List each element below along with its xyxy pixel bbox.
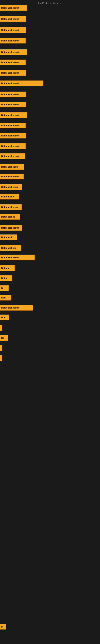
bar-container-30: Bott	[0, 314, 9, 320]
bar-19: Bottleneck resu	[0, 204, 22, 210]
bar-label-3: Bottleneck result	[1, 40, 19, 42]
bar-container-12: Bottleneck result	[0, 133, 26, 138]
bar-label-2: Bottleneck result	[1, 29, 19, 31]
bar-container-29: Bottleneck result	[0, 305, 33, 310]
bar-container-18: Bottleneck r	[0, 194, 19, 200]
bar-24: Bottleneck result	[0, 254, 35, 260]
bar-label-28: Bottl	[1, 296, 6, 299]
bar-container-26: Bottle	[0, 275, 12, 281]
bar-10: Bottleneck result	[0, 112, 27, 118]
bar-container-22: Bottleneck	[0, 234, 17, 240]
bar-container-35: B	[0, 624, 6, 630]
bar-container-1: Bottleneck result	[0, 16, 26, 22]
bar-container-7: Bottleneck result	[0, 80, 43, 86]
bar-container-10: Bottleneck result	[0, 112, 27, 118]
bar-label-25: Bottlen	[1, 267, 9, 269]
site-title: TheBottlenecker.com	[0, 2, 100, 5]
bar-label-17: Bottleneck resu	[1, 186, 18, 188]
bar-container-27: Bo	[0, 285, 9, 291]
bar-1: Bottleneck result	[0, 16, 26, 22]
bar-container-20: Bottleneck re	[0, 214, 20, 220]
bar-22: Bottleneck	[0, 234, 17, 240]
bar-label-27: Bo	[1, 287, 4, 290]
bar-container-33	[0, 345, 2, 351]
bar-container-4: Bottleneck result	[0, 49, 27, 55]
bar-label-32: Bo	[1, 337, 4, 339]
bar-label-19: Bottleneck resu	[1, 206, 18, 208]
bar-label-9: Bottleneck result	[1, 103, 19, 106]
bar-container-11: Bottleneck result	[0, 123, 26, 128]
bar-0: Bottleneck result	[0, 5, 27, 11]
bar-container-0: Bottleneck result	[0, 5, 27, 11]
bar-12: Bottleneck result	[0, 133, 26, 138]
bar-label-15: Bottleneck resul	[1, 166, 18, 168]
bar-container-17: Bottleneck resu	[0, 184, 22, 190]
bar-container-16: Bottleneck result	[0, 174, 24, 179]
bar-container-13: Bottleneck result	[0, 143, 26, 149]
bar-29: Bottleneck result	[0, 305, 33, 310]
bar-container-2: Bottleneck result	[0, 27, 26, 33]
bar-27: Bo	[0, 285, 9, 291]
bar-container-24: Bottleneck result	[0, 254, 35, 260]
bar-container-28: Bottl	[0, 295, 11, 300]
bar-label-0: Bottleneck result	[1, 7, 19, 9]
bar-23: Bottleneck res	[0, 245, 21, 251]
bar-30: Bott	[0, 314, 9, 320]
bar-label-6: Bottleneck result	[1, 72, 19, 74]
bar-container-19: Bottleneck resu	[0, 204, 22, 210]
bar-label-18: Bottleneck r	[1, 196, 14, 198]
bar-container-14: Bottleneck result	[0, 153, 25, 159]
bar-4: Bottleneck result	[0, 49, 27, 55]
bar-container-32: Bo	[0, 335, 8, 341]
bar-25: Bottlen	[0, 265, 15, 271]
bar-label-11: Bottleneck result	[1, 124, 19, 127]
bar-label-7: Bottleneck result	[1, 82, 19, 84]
bar-label-21: Bottleneck result	[1, 226, 19, 229]
bar-18: Bottleneck r	[0, 194, 19, 200]
bar-container-25: Bottlen	[0, 265, 15, 271]
bar-label-22: Bottleneck	[1, 236, 12, 238]
bar-32: Bo	[0, 335, 8, 341]
bar-15: Bottleneck resul	[0, 164, 24, 170]
bar-label-14: Bottleneck result	[1, 155, 19, 158]
bar-container-23: Bottleneck res	[0, 245, 21, 251]
bar-label-20: Bottleneck re	[1, 216, 15, 218]
bar-3: Bottleneck result	[0, 38, 26, 44]
bar-container-6: Bottleneck result	[0, 70, 26, 76]
bar-label-13: Bottleneck result	[1, 145, 19, 147]
bar-7: Bottleneck result	[0, 80, 43, 86]
bar-container-15: Bottleneck resul	[0, 164, 24, 170]
bar-label-12: Bottleneck result	[1, 134, 19, 137]
bar-container-9: Bottleneck result	[0, 102, 26, 107]
bar-9: Bottleneck result	[0, 102, 26, 107]
bar-label-4: Bottleneck result	[1, 51, 19, 53]
bar-container-21: Bottleneck result	[0, 225, 22, 231]
bar-container-5: Bottleneck result	[0, 60, 26, 65]
bar-label-26: Bottle	[1, 277, 7, 279]
bar-17: Bottleneck resu	[0, 184, 22, 190]
bar-16: Bottleneck result	[0, 174, 24, 179]
bar-33	[0, 345, 2, 351]
bar-28: Bottl	[0, 295, 11, 300]
bar-container-8: Bottleneck result	[0, 92, 26, 97]
bar-label-5: Bottleneck result	[1, 61, 19, 64]
bar-6: Bottleneck result	[0, 70, 26, 76]
bar-8: Bottleneck result	[0, 92, 26, 97]
bar-container-3: Bottleneck result	[0, 38, 26, 44]
bar-label-30: Bott	[1, 316, 6, 318]
bar-26: Bottle	[0, 275, 12, 281]
bar-container-34	[0, 355, 2, 361]
bar-14: Bottleneck result	[0, 153, 25, 159]
bar-label-8: Bottleneck result	[1, 93, 19, 96]
bar-label-1: Bottleneck result	[1, 18, 19, 20]
bar-20: Bottleneck re	[0, 214, 20, 220]
bar-2: Bottleneck result	[0, 27, 26, 33]
bar-34	[0, 355, 2, 361]
bar-container-31	[0, 325, 2, 331]
bar-label-16: Bottleneck result	[1, 175, 19, 178]
bar-label-29: Bottleneck result	[1, 306, 19, 309]
bar-35: B	[0, 624, 6, 630]
bar-21: Bottleneck result	[0, 225, 22, 231]
bar-13: Bottleneck result	[0, 143, 26, 149]
bar-31	[0, 325, 2, 331]
